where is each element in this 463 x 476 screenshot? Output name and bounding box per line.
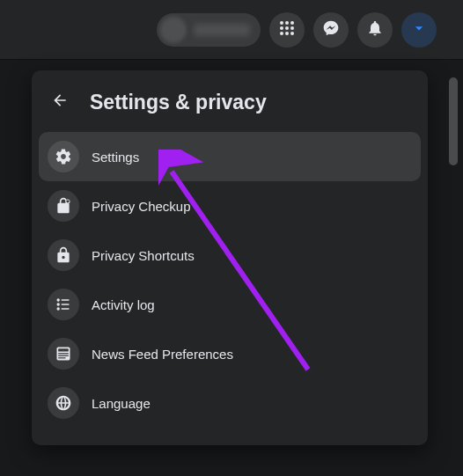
scrollbar[interactable] [449, 77, 458, 165]
svg-point-1 [285, 21, 289, 25]
svg-rect-13 [62, 304, 70, 305]
menu-item-activity-log[interactable]: Activity log [39, 280, 421, 329]
lock-heart-icon [48, 190, 79, 222]
bell-icon [366, 19, 384, 40]
settings-privacy-panel: Settings & privacy Settings Privacy Chec… [32, 70, 428, 445]
svg-point-2 [290, 21, 294, 25]
svg-point-3 [280, 26, 283, 30]
globe-icon [48, 387, 79, 419]
panel-header: Settings & privacy [39, 79, 421, 132]
menu-item-label: Privacy Checkup [92, 199, 191, 214]
messenger-icon [322, 19, 340, 40]
topbar [0, 0, 463, 60]
back-button[interactable] [44, 86, 76, 118]
svg-point-8 [290, 32, 294, 35]
notifications-button[interactable] [357, 12, 393, 48]
menu-item-label: Privacy Shortcuts [92, 248, 195, 263]
apps-button[interactable] [269, 12, 305, 48]
account-menu-button[interactable] [401, 12, 437, 48]
svg-point-10 [57, 298, 60, 301]
gear-icon [48, 141, 79, 172]
menu-item-label: News Feed Preferences [92, 347, 233, 362]
svg-rect-20 [58, 357, 65, 358]
menu-item-language[interactable]: Language [39, 378, 421, 428]
svg-point-0 [280, 21, 283, 25]
svg-rect-18 [58, 353, 69, 354]
lock-icon [48, 239, 79, 271]
svg-point-7 [285, 32, 289, 35]
list-icon [48, 289, 79, 320]
panel-title: Settings & privacy [90, 91, 267, 114]
svg-point-12 [57, 303, 60, 305]
svg-rect-15 [62, 308, 70, 310]
svg-point-14 [57, 307, 60, 310]
menu-item-news-feed-preferences[interactable]: News Feed Preferences [39, 329, 421, 378]
svg-rect-19 [58, 355, 69, 356]
menu-item-settings[interactable]: Settings [39, 132, 421, 181]
menu-item-privacy-shortcuts[interactable]: Privacy Shortcuts [39, 231, 421, 280]
svg-point-6 [280, 32, 283, 35]
arrow-left-icon [51, 92, 69, 113]
menu-item-label: Activity log [92, 297, 155, 312]
profile-pill[interactable] [157, 13, 261, 47]
messenger-button[interactable] [313, 12, 349, 48]
feed-icon [48, 338, 79, 370]
apps-icon [278, 19, 296, 40]
avatar [160, 17, 187, 43]
caret-down-icon [410, 19, 428, 40]
svg-rect-11 [62, 299, 70, 301]
menu-item-label: Settings [92, 150, 139, 165]
svg-point-4 [285, 26, 289, 30]
profile-name-redacted [194, 24, 250, 36]
svg-rect-17 [58, 348, 69, 351]
menu-item-privacy-checkup[interactable]: Privacy Checkup [39, 181, 421, 231]
menu-item-label: Language [92, 396, 151, 411]
svg-point-5 [290, 26, 294, 30]
